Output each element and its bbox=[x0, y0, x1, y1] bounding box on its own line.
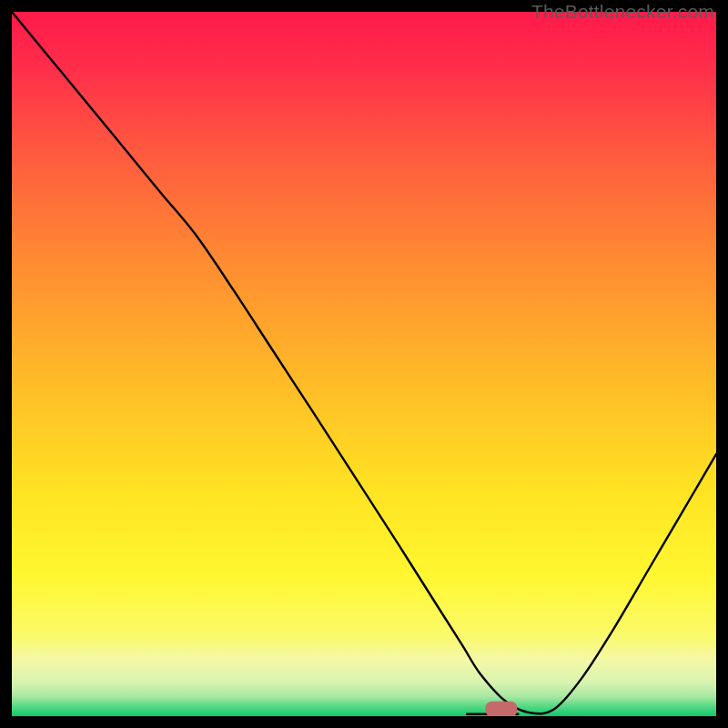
bottleneck-chart bbox=[12, 12, 716, 716]
watermark-label: TheBottlenecker.com bbox=[531, 0, 714, 24]
chart-frame: TheBottlenecker.com bbox=[12, 12, 716, 716]
optimum-marker bbox=[486, 702, 518, 716]
chart-background bbox=[12, 12, 716, 716]
